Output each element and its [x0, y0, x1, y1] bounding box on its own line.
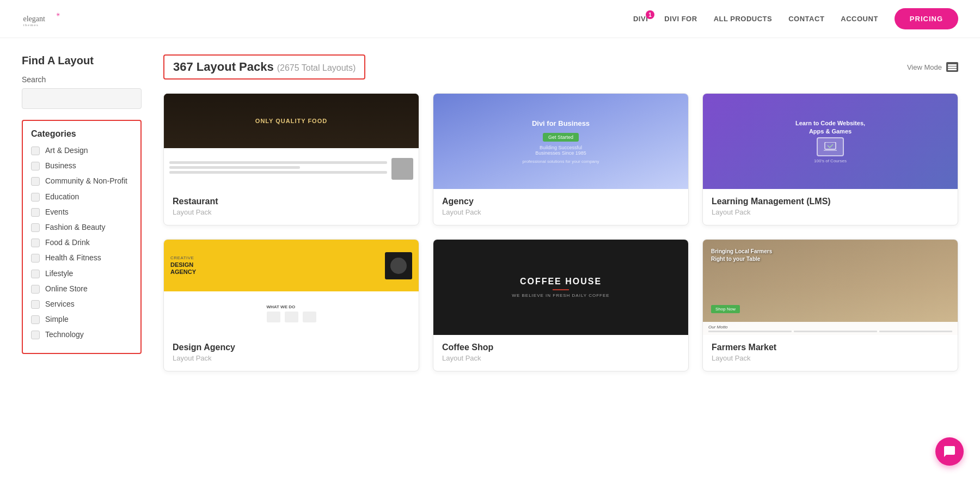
card-agency-preview: Divi for Business Get Started Building S…	[433, 94, 688, 189]
di2	[285, 312, 298, 322]
category-food[interactable]: Food & Drink	[31, 237, 132, 247]
category-services[interactable]: Services	[31, 299, 132, 309]
layout-count-sub: (2675 Total Layouts)	[277, 63, 356, 73]
category-checkbox-business[interactable]	[31, 162, 40, 170]
count-number: 367	[173, 60, 193, 74]
category-fashion[interactable]: Fashion & Beauty	[31, 222, 132, 232]
search-input[interactable]	[22, 88, 142, 109]
category-health[interactable]: Health & Fitness	[31, 253, 132, 263]
restaurant-content	[164, 148, 419, 189]
fl2	[794, 331, 877, 332]
header: elegant themes ✳ DIVI 1 DIVI FOR ALL PRO…	[0, 0, 980, 38]
card-farmers[interactable]: Bringing Local FarmersRight to your Tabl…	[702, 239, 958, 371]
view-mode[interactable]: View Mode	[907, 62, 958, 72]
categories-title: Categories	[31, 129, 132, 139]
card-lms-title: Learning Management (LMS)	[712, 197, 949, 206]
card-restaurant-title: Restaurant	[173, 197, 410, 206]
category-checkbox-simple[interactable]	[31, 315, 40, 324]
agency-sub: Building SuccessfulBusinesses Since 1985	[535, 145, 586, 156]
design-text-left: Creative DESIGNAGENCY	[170, 255, 381, 276]
lms-laptop-icon	[817, 137, 844, 156]
card-agency-info: Agency Layout Pack	[433, 189, 688, 225]
card-coffee-preview: COFFEE HOUSE WE BELIEVE IN FRESH DAILY C…	[433, 240, 688, 335]
category-checkbox-education[interactable]	[31, 193, 40, 202]
card-coffee[interactable]: COFFEE HOUSE WE BELIEVE IN FRESH DAILY C…	[433, 239, 689, 371]
category-technology[interactable]: Technology	[31, 330, 132, 339]
farmers-text: Bringing Local FarmersRight to your Tabl…	[711, 248, 772, 263]
category-community[interactable]: Community & Non-Profit	[31, 176, 132, 186]
card-agency[interactable]: Divi for Business Get Started Building S…	[433, 93, 689, 225]
logo-svg: elegant themes ✳	[22, 8, 65, 30]
view-mode-icon[interactable]	[946, 62, 958, 72]
categories-box: Categories Art & Design Business Communi…	[22, 120, 142, 354]
category-label-community: Community & Non-Profit	[45, 176, 127, 186]
category-simple[interactable]: Simple	[31, 314, 132, 324]
card-lms-preview: Learn to Code Websites,Apps & Games 100'…	[703, 94, 958, 189]
restaurant-thumb	[391, 158, 413, 180]
card-restaurant[interactable]: Only Quality Food Restaurant Layout Pack	[163, 93, 419, 225]
category-checkbox-fashion[interactable]	[31, 223, 40, 232]
search-label: Search	[22, 75, 142, 84]
card-agency-subtitle: Layout Pack	[442, 208, 679, 216]
category-checkbox-technology[interactable]	[31, 331, 40, 339]
card-design-info: Design Agency Layout Pack	[164, 335, 419, 371]
category-business[interactable]: Business	[31, 161, 132, 170]
card-design-agency[interactable]: Creative DESIGNAGENCY WHAT WE DO	[163, 239, 419, 371]
card-coffee-subtitle: Layout Pack	[442, 354, 679, 362]
farmers-btn: Shop Now	[711, 305, 740, 313]
card-farmers-subtitle: Layout Pack	[712, 354, 949, 362]
category-checkbox-health[interactable]	[31, 254, 40, 263]
card-coffee-title: Coffee Shop	[442, 343, 679, 352]
lms-subtitle: 100's of Courses	[814, 158, 847, 163]
card-restaurant-subtitle: Layout Pack	[173, 208, 410, 216]
category-lifestyle[interactable]: Lifestyle	[31, 269, 132, 278]
category-checkbox-online-store[interactable]	[31, 285, 40, 294]
design-label: Creative	[170, 255, 381, 260]
category-label-food: Food & Drink	[45, 237, 90, 247]
design-bottom: WHAT WE DO	[164, 291, 419, 335]
fl1	[708, 331, 792, 332]
category-checkbox-art[interactable]	[31, 147, 40, 155]
restaurant-hero: Only Quality Food	[164, 94, 419, 148]
category-label-art: Art & Design	[45, 145, 88, 155]
card-lms[interactable]: Learn to Code Websites,Apps & Games 100'…	[702, 93, 958, 225]
coffee-sub: WE BELIEVE IN FRESH DAILY COFFEE	[512, 293, 609, 298]
di3	[303, 312, 316, 322]
layout-count-box: 367 Layout Packs (2675 Total Layouts)	[163, 54, 365, 80]
nav-contact[interactable]: CONTACT	[788, 15, 824, 23]
category-checkbox-events[interactable]	[31, 208, 40, 217]
design-headline: DESIGNAGENCY	[170, 261, 381, 276]
card-design-preview: Creative DESIGNAGENCY WHAT WE DO	[164, 240, 419, 335]
category-checkbox-food[interactable]	[31, 239, 40, 247]
category-label-lifestyle: Lifestyle	[45, 269, 73, 278]
category-art-design[interactable]: Art & Design	[31, 145, 132, 155]
sidebar-title: Find A Layout	[22, 54, 142, 67]
nav-all-products[interactable]: ALL PRODUCTS	[714, 15, 773, 23]
category-checkbox-lifestyle[interactable]	[31, 270, 40, 278]
category-checkbox-community[interactable]	[31, 177, 40, 186]
content-area: 367 Layout Packs (2675 Total Layouts) Vi…	[163, 54, 958, 371]
nav-divi[interactable]: DIVI 1	[633, 15, 648, 23]
category-label-simple: Simple	[45, 314, 69, 324]
coffee-dash	[553, 289, 569, 290]
main-nav: DIVI 1 DIVI FOR ALL PRODUCTS CONTACT ACC…	[633, 8, 958, 29]
count-text: Layout Packs	[197, 60, 274, 74]
nav-account[interactable]: ACCOUNT	[841, 15, 878, 23]
category-label-services: Services	[45, 299, 75, 309]
layout-count-main: 367 Layout Packs	[173, 60, 274, 74]
category-online-store[interactable]: Online Store	[31, 284, 132, 294]
lms-title: Learn to Code Websites,Apps & Games	[795, 119, 865, 135]
category-label-education: Education	[45, 192, 79, 202]
category-education[interactable]: Education	[31, 192, 132, 202]
svg-text:themes: themes	[23, 22, 39, 27]
category-events[interactable]: Events	[31, 207, 132, 217]
agency-button: Get Started	[543, 133, 579, 142]
nav-divi-for[interactable]: DIVI FOR	[664, 15, 697, 23]
restaurant-text	[169, 161, 387, 176]
pricing-button[interactable]: PRICING	[895, 8, 958, 29]
card-design-title: Design Agency	[173, 343, 410, 352]
logo[interactable]: elegant themes ✳	[22, 8, 65, 30]
category-checkbox-services[interactable]	[31, 300, 40, 309]
design-image	[385, 252, 412, 279]
agency-desc: professional solutions for your company	[523, 159, 599, 164]
